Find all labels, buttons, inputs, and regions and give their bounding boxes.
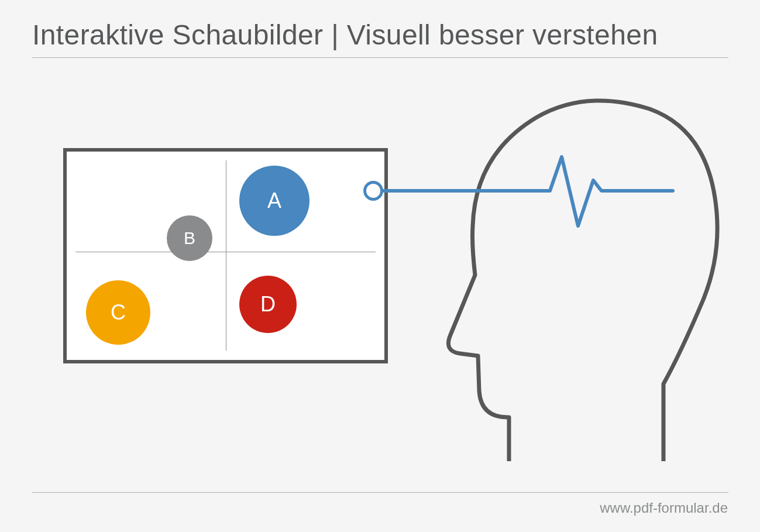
node-b[interactable]: B <box>167 215 212 261</box>
pulse-origin-marker <box>363 181 383 201</box>
title-divider <box>32 57 728 58</box>
diagram-frame: A B C D <box>63 148 388 363</box>
page: Interaktive Schaubilder | Visuell besser… <box>0 0 760 532</box>
node-a-label: A <box>267 188 281 213</box>
node-d-label: D <box>260 292 276 317</box>
brainwave-line-icon <box>363 129 690 246</box>
footer-url: www.pdf-formular.de <box>600 500 728 516</box>
node-d[interactable]: D <box>239 276 297 333</box>
axis-horizontal <box>75 252 376 252</box>
node-a[interactable]: A <box>239 166 309 236</box>
node-c-label: C <box>111 300 126 325</box>
footer-divider <box>32 492 728 493</box>
page-title: Interaktive Schaubilder | Visuell besser… <box>32 19 658 51</box>
axis-vertical <box>226 160 226 351</box>
node-b-label: B <box>184 228 195 248</box>
node-c[interactable]: C <box>86 280 150 345</box>
